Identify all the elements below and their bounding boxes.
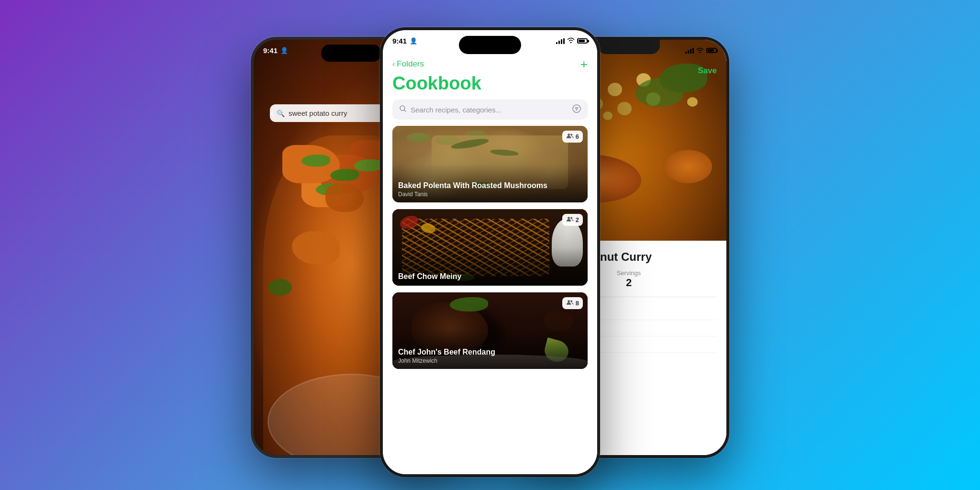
badge-rendang: 8 [562, 297, 583, 309]
wifi-icon-right [696, 46, 704, 55]
svg-point-3 [570, 134, 572, 136]
phone-center: 9:41 👤 [380, 27, 600, 477]
svg-point-5 [570, 217, 572, 219]
search-icon-center [399, 105, 407, 114]
people-icon-polenta [566, 133, 574, 141]
recipe-author-polenta: David Tanis [398, 191, 582, 198]
folders-button[interactable]: ‹ Folders [392, 59, 424, 69]
chevron-left-icon: ‹ [392, 60, 395, 68]
recipe-title-polenta: Baked Polenta With Roasted Mushrooms [398, 181, 582, 190]
folders-label[interactable]: Folders [397, 59, 424, 69]
badge-beef: 2 [562, 214, 583, 226]
search-bar-center[interactable]: Search recipes, categories... [392, 100, 588, 120]
svg-point-2 [568, 134, 570, 136]
right-status-icons [685, 46, 717, 55]
battery-right [706, 48, 717, 53]
people-icon-rendang [566, 299, 574, 307]
battery-center [577, 38, 588, 44]
badge-polenta: 6 [562, 131, 583, 143]
cookbook-title: Cookbook [392, 73, 481, 94]
people-icon-beef [566, 216, 574, 224]
center-status-icons [556, 37, 588, 45]
search-icon-left: 🔍 [277, 110, 285, 117]
recipe-card-rendang[interactable]: 8 Chef John's Beef Rendang John Mitzewic… [392, 292, 588, 369]
add-recipe-button[interactable]: + [580, 58, 588, 70]
right-notch [598, 40, 660, 54]
svg-point-4 [568, 217, 570, 219]
svg-point-6 [568, 300, 570, 302]
person-icon-center: 👤 [410, 37, 417, 45]
badge-count-beef: 2 [576, 216, 579, 223]
search-placeholder-center: Search recipes, categories... [411, 106, 568, 114]
save-button[interactable]: Save [698, 66, 717, 76]
left-time: 9:41 👤 [263, 46, 288, 55]
center-time: 9:41 👤 [392, 37, 417, 45]
recipes-list: 6 Baked Polenta With Roasted Mushrooms D… [392, 126, 588, 465]
phones-container: 9:41 👤 ▐▌▌ 📶 ‹ [155, 18, 825, 472]
recipe-title-rendang: Chef John's Beef Rendang [398, 348, 582, 356]
recipe-card-polenta[interactable]: 6 Baked Polenta With Roasted Mushrooms D… [392, 126, 588, 202]
recipe-card-beef[interactable]: 2 Beef Chow Meiny [392, 209, 588, 286]
center-dynamic-island [459, 36, 521, 54]
badge-count-rendang: 8 [576, 300, 579, 307]
recipe-title-beef: Beef Chow Meiny [398, 272, 582, 281]
filter-icon[interactable] [572, 104, 581, 115]
recipe-author-rendang: John Mitzewich [398, 357, 582, 364]
search-input-left[interactable]: sweet potato curry [289, 109, 347, 117]
person-icon-left: 👤 [280, 47, 288, 54]
wifi-icon-center [567, 37, 575, 45]
signal-bars-right [685, 48, 694, 54]
center-nav: ‹ Folders + [392, 58, 588, 70]
svg-point-7 [570, 301, 572, 302]
badge-count-polenta: 6 [576, 133, 579, 140]
signal-bars [556, 38, 565, 44]
